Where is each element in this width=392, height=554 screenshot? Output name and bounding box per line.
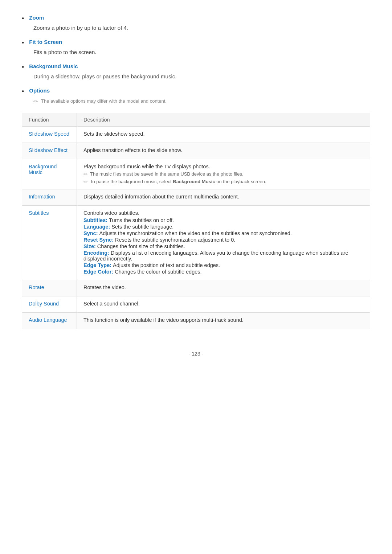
options-table: Function Description Slideshow SpeedSets… xyxy=(22,113,370,329)
table-cell-function-background-music: Background Music xyxy=(22,159,77,189)
table-header-row: Function Description xyxy=(22,113,370,127)
table-cell-function-subtitles: Subtitles xyxy=(22,206,77,280)
table-cell-function-slideshow-effect: Slideshow Effect xyxy=(22,143,77,159)
table-cell-desc-rotate: Rotates the video. xyxy=(77,280,370,296)
subtitle-label: Edge Color: xyxy=(83,269,115,275)
function-label-information[interactable]: Information xyxy=(29,194,55,200)
table-cell-function-dolby-sound: Dolby Sound xyxy=(22,296,77,313)
subtitles-item: Size: Changes the font size of the subti… xyxy=(83,243,363,249)
table-cell-desc-background-music: Plays background music while the TV disp… xyxy=(77,159,370,189)
desc-text: Plays background music while the TV disp… xyxy=(83,164,363,169)
desc-text: Rotates the video. xyxy=(83,284,363,290)
bullet-item-fit-to-screen: • Fit to Screen xyxy=(22,39,370,47)
bullet-item-zoom: • Zoom xyxy=(22,15,370,22)
bullet-dot-bg-music: • xyxy=(22,63,24,71)
note-text-bold: To pause the background music, select Ba… xyxy=(90,179,266,184)
page-footer: - 123 - xyxy=(22,351,370,357)
function-label-slideshow-effect[interactable]: Slideshow Effect xyxy=(29,147,68,153)
options-link[interactable]: Options xyxy=(29,87,50,94)
bullet-section-options: • Options ✏ The available options may di… xyxy=(22,87,370,105)
desc-text: Select a sound channel. xyxy=(83,301,363,307)
function-label-subtitles[interactable]: Subtitles xyxy=(29,210,49,216)
subtitle-label: Encoding: xyxy=(83,250,111,256)
desc-text: Sets the slideshow speed. xyxy=(83,131,363,137)
function-label-dolby-sound[interactable]: Dolby Sound xyxy=(29,301,59,307)
subtitles-item: Language: Sets the subtitle language. xyxy=(83,224,363,230)
table-cell-function-information: Information xyxy=(22,189,77,206)
bullet-item-bg-music: • Background Music xyxy=(22,63,370,71)
subtitles-item: Encoding: Displays a list of encoding la… xyxy=(83,250,363,262)
bullet-dot-fit-to-screen: • xyxy=(22,39,24,47)
bullet-dot-options: • xyxy=(22,88,24,95)
function-label-slideshow-speed[interactable]: Slideshow Speed xyxy=(29,131,69,137)
desc-text: Applies transition effects to the slide … xyxy=(83,147,363,153)
table-cell-function-rotate: Rotate xyxy=(22,280,77,296)
subtitle-label: Language: xyxy=(83,224,111,230)
zoom-desc: Zooms a photo in by up to a factor of 4. xyxy=(33,25,370,31)
bg-music-desc: During a slideshow, plays or pauses the … xyxy=(33,73,370,79)
table-row: Audio LanguageThis function is only avai… xyxy=(22,313,370,329)
bullet-dot-zoom: • xyxy=(22,15,24,22)
table-cell-function-audio-language: Audio Language xyxy=(22,313,77,329)
options-note-row: ✏ The available options may differ with … xyxy=(33,98,370,105)
desc-text: This function is only available if the v… xyxy=(83,317,363,323)
desc-note: ✏The music files must be saved in the sa… xyxy=(83,171,363,177)
zoom-link[interactable]: Zoom xyxy=(29,15,44,21)
options-note-text: The available options may differ with th… xyxy=(41,98,167,104)
function-label-rotate[interactable]: Rotate xyxy=(29,284,44,290)
table-cell-desc-subtitles: Controls video subtitles.Subtitles: Turn… xyxy=(77,206,370,280)
table-row: RotateRotates the video. xyxy=(22,280,370,296)
pencil-icon: ✏ xyxy=(33,98,38,105)
subtitle-label: Edge Type: xyxy=(83,262,113,268)
bullet-section-fit-to-screen: • Fit to Screen Fits a photo to the scre… xyxy=(22,39,370,55)
bullet-section-zoom: • Zoom Zooms a photo in by up to a facto… xyxy=(22,15,370,31)
page-number: - 123 - xyxy=(189,351,203,357)
note-bold-word: Background Music xyxy=(173,179,215,184)
subtitles-item: Subtitles: Turns the subtitles on or off… xyxy=(83,217,363,223)
fit-to-screen-desc: Fits a photo to the screen. xyxy=(33,49,370,55)
table-row: SubtitlesControls video subtitles.Subtit… xyxy=(22,206,370,280)
col-header-description: Description xyxy=(77,113,370,127)
subtitle-label: Reset Sync: xyxy=(83,237,115,243)
table-row: Background MusicPlays background music w… xyxy=(22,159,370,189)
subtitles-item: Edge Color: Changes the colour of subtit… xyxy=(83,269,363,275)
pencil-icon: ✏ xyxy=(83,179,88,185)
table-row: Dolby SoundSelect a sound channel. xyxy=(22,296,370,313)
desc-note-bold: ✏To pause the background music, select B… xyxy=(83,179,363,185)
table-cell-desc-audio-language: This function is only available if the v… xyxy=(77,313,370,329)
subtitle-label: Subtitles: xyxy=(83,217,109,223)
table-cell-desc-slideshow-effect: Applies transition effects to the slide … xyxy=(77,143,370,159)
table-row: Slideshow SpeedSets the slideshow speed. xyxy=(22,127,370,143)
bg-music-link[interactable]: Background Music xyxy=(29,63,78,69)
bullet-list: • Zoom Zooms a photo in by up to a facto… xyxy=(22,15,370,105)
bullet-item-options: • Options xyxy=(22,87,370,95)
table-cell-desc-information: Displays detailed information about the … xyxy=(77,189,370,206)
table-row: InformationDisplays detailed information… xyxy=(22,189,370,206)
function-label-background-music[interactable]: Background Music xyxy=(29,164,57,175)
pencil-icon: ✏ xyxy=(83,171,88,177)
subtitles-item: Reset Sync: Resets the subtitle synchron… xyxy=(83,237,363,243)
fit-to-screen-link[interactable]: Fit to Screen xyxy=(29,39,62,45)
note-text: The music files must be saved in the sam… xyxy=(90,171,244,177)
desc-text: Controls video subtitles. xyxy=(83,210,363,216)
subtitles-item: Edge Type: Adjusts the position of text … xyxy=(83,262,363,268)
subtitle-label: Sync: xyxy=(83,230,99,236)
table-cell-desc-slideshow-speed: Sets the slideshow speed. xyxy=(77,127,370,143)
table-cell-function-slideshow-speed: Slideshow Speed xyxy=(22,127,77,143)
col-header-function: Function xyxy=(22,113,77,127)
subtitles-item: Sync: Adjusts the synchronization when t… xyxy=(83,230,363,236)
bullet-section-bg-music: • Background Music During a slideshow, p… xyxy=(22,63,370,79)
function-label-audio-language[interactable]: Audio Language xyxy=(29,317,67,323)
table-row: Slideshow EffectApplies transition effec… xyxy=(22,143,370,159)
subtitle-label: Size: xyxy=(83,243,97,249)
table-cell-desc-dolby-sound: Select a sound channel. xyxy=(77,296,370,313)
desc-text: Displays detailed information about the … xyxy=(83,194,363,200)
